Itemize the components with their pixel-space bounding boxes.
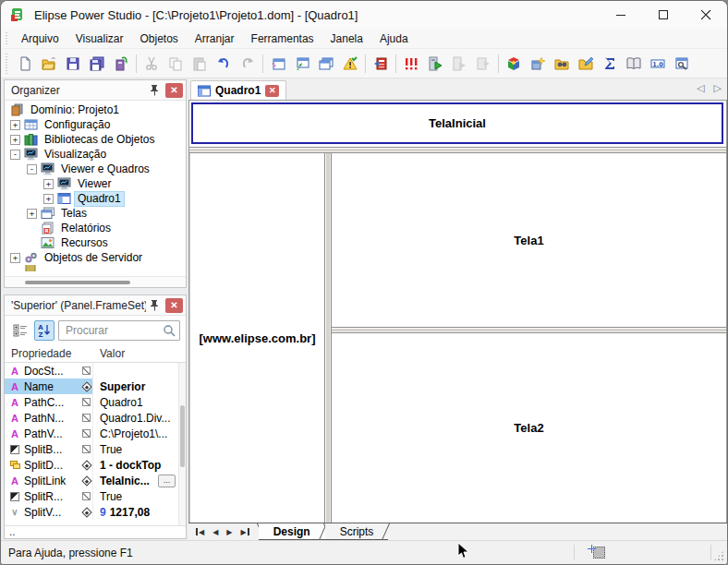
property-row-splitd[interactable]: SplitD... 1 - dockTop: [5, 457, 178, 473]
menu-arquivo[interactable]: Arquivo: [13, 30, 67, 48]
expand-icon[interactable]: +: [10, 135, 20, 145]
tree-item-telas[interactable]: + Telas: [5, 206, 186, 221]
tree-item-configuracao[interactable]: + Configuração: [5, 117, 186, 132]
tree-item-dominio[interactable]: Domínio: Projeto1: [5, 102, 186, 117]
property-row-name[interactable]: AName Superior: [5, 379, 178, 394]
expand-icon[interactable]: +: [27, 209, 37, 219]
column-valor[interactable]: Valor: [93, 347, 186, 360]
tab-scripts[interactable]: Scripts: [325, 523, 389, 540]
tree-item-objetos-de-servidor[interactable]: + Objetos de Servidor: [5, 250, 186, 265]
scrollbar-thumb[interactable]: [25, 281, 130, 284]
property-row-splitv[interactable]: ∨SplitV... 91217,08: [5, 504, 178, 520]
scroll-tabs-right-icon[interactable]: ▷: [714, 82, 722, 94]
redo-button[interactable]: [236, 52, 260, 76]
tree-item-relatorios[interactable]: R Relatórios: [5, 221, 186, 235]
vertical-splitter[interactable]: [324, 153, 332, 523]
organizer-view-button[interactable]: [502, 52, 526, 76]
frame-www-elipse[interactable]: [www.elipse.com.br]: [189, 153, 324, 523]
collapse-icon[interactable]: -: [10, 150, 20, 160]
first-sheet-icon[interactable]: ◀: [196, 528, 204, 536]
paste-button[interactable]: [188, 52, 212, 76]
pin-icon[interactable]: [146, 83, 163, 98]
tab-close-button[interactable]: ✕: [265, 85, 279, 97]
property-row-docstring[interactable]: ADocSt...: [5, 363, 178, 379]
maximize-button[interactable]: [642, 1, 685, 29]
documentation-button[interactable]: [622, 52, 646, 76]
menu-ajuda[interactable]: Ajuda: [371, 30, 417, 48]
save-all-button[interactable]: [85, 52, 109, 76]
last-sheet-icon[interactable]: ▶: [240, 528, 249, 536]
tree-horizontal-scrollbar[interactable]: [5, 276, 186, 287]
stop-scripts-button[interactable]: [399, 52, 423, 76]
pin-icon[interactable]: [146, 298, 163, 313]
property-row-pathn[interactable]: APathN... Quadro1.Div...: [5, 410, 178, 426]
expressions-button[interactable]: [598, 52, 622, 76]
tree-item-quadro1[interactable]: + Quadro1: [5, 191, 186, 206]
pause-application-button[interactable]: [447, 52, 471, 76]
toolbar-grip[interactable]: [4, 30, 10, 46]
tree-item-partial[interactable]: [5, 265, 186, 271]
ellipsis-button[interactable]: ...: [158, 475, 176, 487]
import-screen-button[interactable]: [290, 52, 314, 76]
tab-quadro1[interactable]: Quadro1 ✕: [190, 80, 286, 100]
tree-item-bibliotecas[interactable]: + Bibliotecas de Objetos: [5, 132, 186, 147]
undo-button[interactable]: [212, 52, 236, 76]
prev-sheet-icon[interactable]: ◀: [212, 528, 218, 536]
scrollbar-thumb[interactable]: [180, 405, 185, 467]
organizer-close-button[interactable]: ✕: [165, 83, 183, 98]
toolbar-grip[interactable]: [4, 52, 10, 75]
edit-library-button[interactable]: [574, 52, 598, 76]
save-button[interactable]: [61, 52, 85, 76]
gallery-button[interactable]: [526, 52, 550, 76]
copy-button[interactable]: [164, 52, 188, 76]
collapse-icon[interactable]: -: [27, 164, 37, 174]
property-row-pathc[interactable]: APathC... Quadro1: [5, 394, 178, 410]
cross-reference-button[interactable]: [369, 52, 393, 76]
property-row-splitlink[interactable]: ASplitLink TelaInic......: [5, 473, 178, 488]
next-sheet-icon[interactable]: ▶: [226, 528, 232, 536]
horizontal-splitter[interactable]: [332, 327, 726, 333]
alphabetical-sort-button[interactable]: AZ: [34, 320, 55, 341]
frame-tela1[interactable]: Tela1: [332, 153, 726, 327]
expand-icon[interactable]: +: [43, 194, 54, 204]
minimize-button[interactable]: [600, 1, 642, 29]
duplicate-screen-button[interactable]: [314, 52, 338, 76]
menu-objetos[interactable]: Objetos: [132, 30, 187, 48]
horizontal-splitter[interactable]: [189, 147, 726, 153]
register-libraries-button[interactable]: [109, 52, 133, 76]
expand-icon[interactable]: +: [43, 179, 54, 189]
tree-item-recursos[interactable]: Recursos: [5, 235, 186, 250]
property-row-pathv[interactable]: APathV... C:\Projeto1\...: [5, 426, 178, 441]
watch-window-button[interactable]: [670, 52, 694, 76]
menu-ferramentas[interactable]: Ferramentas: [243, 30, 322, 48]
menu-janela[interactable]: Janela: [322, 30, 371, 48]
new-screen-button[interactable]: [266, 52, 290, 76]
frame-designer-canvas[interactable]: TelaInicial [www.elipse.com.br] Tela1 Te…: [188, 100, 727, 523]
expand-icon[interactable]: +: [10, 120, 20, 130]
menu-visualizar[interactable]: Visualizar: [67, 30, 132, 48]
frame-telainicial[interactable]: TelaInicial: [191, 102, 723, 144]
close-button[interactable]: [685, 1, 727, 29]
new-file-button[interactable]: [13, 52, 37, 76]
resize-grip[interactable]: [713, 550, 724, 561]
open-project-button[interactable]: [37, 52, 61, 76]
property-row-splitb[interactable]: SplitB... True: [5, 441, 178, 457]
tree-item-visualizacao[interactable]: - Visualização: [5, 147, 186, 162]
tab-design[interactable]: Design: [259, 523, 325, 540]
tree-item-viewer[interactable]: + Viewer: [5, 176, 186, 191]
column-propriedade[interactable]: Propriedade: [5, 347, 93, 360]
run-application-button[interactable]: [423, 52, 447, 76]
scroll-tabs-left-icon[interactable]: ◁: [697, 82, 704, 94]
expand-icon[interactable]: +: [10, 253, 20, 263]
decimal-places-button[interactable]: 1.0: [646, 52, 670, 76]
frame-tela2[interactable]: Tela2: [332, 333, 726, 523]
menu-arranjar[interactable]: Arranjar: [187, 30, 243, 48]
cut-button[interactable]: [140, 52, 164, 76]
categorized-view-button[interactable]: [10, 320, 30, 341]
tree-item-viewer-e-quadros[interactable]: - Viewer e Quadros: [5, 162, 186, 176]
open-library-button[interactable]: [550, 52, 574, 76]
verify-domain-button[interactable]: [338, 52, 362, 76]
stop-application-button[interactable]: [471, 52, 495, 76]
properties-vertical-scrollbar[interactable]: [178, 363, 186, 525]
properties-close-button[interactable]: ✕: [165, 298, 183, 313]
